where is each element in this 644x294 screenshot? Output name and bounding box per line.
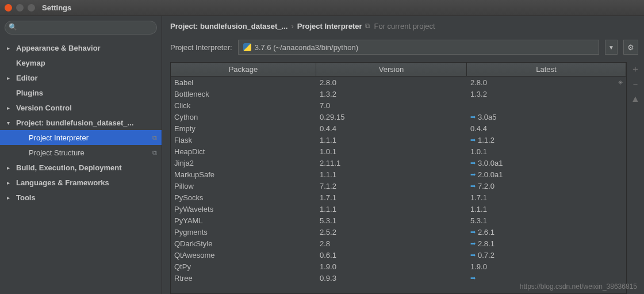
table-row[interactable]: QtAwesome0.6.1➡0.7.2 bbox=[171, 249, 626, 261]
remove-package-button[interactable]: － bbox=[630, 78, 641, 90]
titlebar: Settings bbox=[0, 0, 644, 16]
cell-package: MarkupSafe bbox=[171, 170, 316, 179]
cell-package: Bottleneck bbox=[171, 90, 316, 98]
cell-package: Rtree bbox=[171, 274, 316, 282]
sidebar-item-label: Version Control bbox=[16, 104, 162, 112]
header-version[interactable]: Version bbox=[316, 63, 467, 76]
add-package-button[interactable]: ＋ bbox=[630, 63, 641, 75]
table-row[interactable]: Bottleneck1.3.21.3.2 bbox=[171, 88, 626, 100]
upgrade-arrow-icon: ➡ bbox=[470, 240, 476, 247]
upgrade-package-button[interactable]: ▲ bbox=[630, 93, 641, 105]
cell-latest: ➡3.0a5 bbox=[467, 113, 626, 121]
settings-tree: Appearance & BehaviorKeymapEditorPlugins… bbox=[0, 39, 162, 205]
chevron-icon bbox=[7, 194, 14, 201]
python-icon bbox=[243, 43, 251, 51]
search-input[interactable] bbox=[5, 21, 157, 35]
sidebar-item-label: Project Structure bbox=[29, 148, 152, 157]
window-minimize-icon[interactable] bbox=[16, 4, 24, 12]
table-row[interactable]: MarkupSafe1.1.1➡2.0.0a1 bbox=[171, 169, 626, 180]
sidebar-item-label: Editor bbox=[16, 74, 162, 82]
cell-version: 2.8 bbox=[316, 239, 467, 248]
cell-package: Pygments bbox=[171, 228, 316, 236]
breadcrumb-hint: For current project bbox=[374, 22, 435, 30]
interpreter-label: Project Interpreter: bbox=[170, 43, 232, 52]
table-row[interactable]: HeapDict1.0.11.0.1 bbox=[171, 146, 626, 157]
cell-package: Click bbox=[171, 101, 316, 110]
breadcrumb-page: Project Interpreter bbox=[297, 22, 362, 30]
cell-latest: ➡7.2.0 bbox=[467, 182, 626, 190]
cell-package: PySocks bbox=[171, 193, 316, 202]
sidebar-item[interactable]: Plugins bbox=[0, 85, 162, 100]
table-row[interactable]: Pygments2.5.2➡2.6.1 bbox=[171, 226, 626, 238]
window-maximize-icon[interactable] bbox=[28, 4, 35, 12]
cell-version: 7.0 bbox=[316, 101, 467, 110]
table-row[interactable]: Click7.0 bbox=[171, 100, 626, 111]
main-panel: Project: bundlefusion_dataset_... › Proj… bbox=[162, 16, 644, 294]
sidebar-item-label: Tools bbox=[16, 193, 162, 202]
cell-version: 7.1.2 bbox=[316, 182, 467, 190]
breadcrumb-project: Project: bundlefusion_dataset_... bbox=[170, 22, 288, 30]
sidebar-item[interactable]: Languages & Frameworks bbox=[0, 175, 162, 190]
upgrade-arrow-icon: ➡ bbox=[470, 274, 476, 282]
cell-version: 0.6.1 bbox=[316, 251, 467, 259]
sidebar-item-selected[interactable]: Project Interpreter⧉ bbox=[0, 130, 162, 145]
cell-latest: 0.4.4 bbox=[467, 124, 626, 133]
table-row[interactable]: QtPy1.9.01.9.0 bbox=[171, 261, 626, 272]
table-row[interactable]: Pillow7.1.2➡7.2.0 bbox=[171, 180, 626, 192]
cell-package: QDarkStyle bbox=[171, 239, 316, 248]
interpreter-select[interactable]: 3.7.6 (~/anaconda3/bin/python) bbox=[238, 40, 599, 55]
cell-version: 1.0.1 bbox=[316, 147, 467, 156]
interpreter-settings-button[interactable]: ⚙ bbox=[623, 40, 638, 55]
cell-package: QtPy bbox=[171, 262, 316, 271]
cell-version: 1.1.1 bbox=[316, 136, 467, 144]
table-row[interactable]: Empty0.4.40.4.4 bbox=[171, 123, 626, 134]
cell-version: 1.9.0 bbox=[316, 262, 467, 271]
sidebar-item[interactable]: Appearance & Behavior bbox=[0, 40, 162, 55]
upgrade-arrow-icon: ➡ bbox=[470, 228, 476, 236]
table-row[interactable]: QDarkStyle2.8➡2.8.1 bbox=[171, 238, 626, 249]
table-row[interactable]: PyWavelets1.1.11.1.1 bbox=[171, 203, 626, 215]
upgrade-arrow-icon: ➡ bbox=[470, 251, 476, 259]
table-row[interactable]: Babel2.8.02.8.0✳ bbox=[171, 77, 626, 88]
sidebar-item[interactable]: Keymap bbox=[0, 55, 162, 70]
cell-latest: 1.7.1 bbox=[467, 193, 626, 202]
table-row[interactable]: Jinja22.11.1➡3.0.0a1 bbox=[171, 157, 626, 169]
cell-latest: 1.9.0 bbox=[467, 262, 626, 271]
header-latest[interactable]: Latest bbox=[467, 63, 626, 76]
window-close-icon[interactable] bbox=[5, 4, 12, 12]
cell-package: Cython bbox=[171, 113, 316, 121]
sidebar-item-label: Plugins bbox=[16, 89, 162, 97]
window-title: Settings bbox=[42, 3, 71, 12]
sidebar-item[interactable]: Editor bbox=[0, 70, 162, 85]
window-controls bbox=[5, 4, 35, 12]
cell-latest: ➡2.6.1 bbox=[467, 228, 626, 236]
table-row[interactable]: PySocks1.7.11.7.1 bbox=[171, 192, 626, 203]
chevron-icon bbox=[7, 165, 14, 171]
upgrade-arrow-icon: ➡ bbox=[470, 159, 476, 167]
sidebar-item[interactable]: Build, Execution, Deployment bbox=[0, 160, 162, 175]
cell-package: PyYAML bbox=[171, 216, 316, 225]
gear-icon: ⚙ bbox=[627, 43, 634, 52]
table-body[interactable]: Babel2.8.02.8.0✳Bottleneck1.3.21.3.2Clic… bbox=[171, 77, 626, 293]
table-row[interactable]: Flask1.1.1➡1.1.2 bbox=[171, 134, 626, 146]
cell-package: Babel bbox=[171, 78, 316, 87]
table-row[interactable]: PyYAML5.3.15.3.1 bbox=[171, 215, 626, 226]
cell-version: 0.29.15 bbox=[316, 113, 467, 121]
table-row[interactable]: Cython0.29.15➡3.0a5 bbox=[171, 111, 626, 123]
package-actions: ＋ － ▲ bbox=[627, 62, 644, 294]
cell-package: Jinja2 bbox=[171, 159, 316, 167]
sidebar-item-label: Build, Execution, Deployment bbox=[16, 163, 162, 172]
cell-latest: ➡3.0.0a1 bbox=[467, 159, 626, 167]
interpreter-dropdown-button[interactable]: ▼ bbox=[605, 40, 618, 55]
sidebar-item-label: Project: bundlefusion_dataset_... bbox=[16, 119, 162, 127]
table-row[interactable]: Rtree0.9.3➡ bbox=[171, 272, 626, 284]
cell-version: 1.7.1 bbox=[316, 193, 467, 202]
sidebar-item[interactable]: Tools bbox=[0, 190, 162, 205]
sidebar-item[interactable]: Version Control bbox=[0, 100, 162, 115]
breadcrumb-separator: › bbox=[291, 22, 293, 30]
cell-package: QtAwesome bbox=[171, 251, 316, 259]
header-package[interactable]: Package bbox=[171, 63, 316, 76]
sidebar-item[interactable]: Project: bundlefusion_dataset_... bbox=[0, 115, 162, 130]
scope-icon: ⧉ bbox=[152, 134, 157, 142]
sidebar-item[interactable]: Project Structure⧉ bbox=[0, 145, 162, 160]
